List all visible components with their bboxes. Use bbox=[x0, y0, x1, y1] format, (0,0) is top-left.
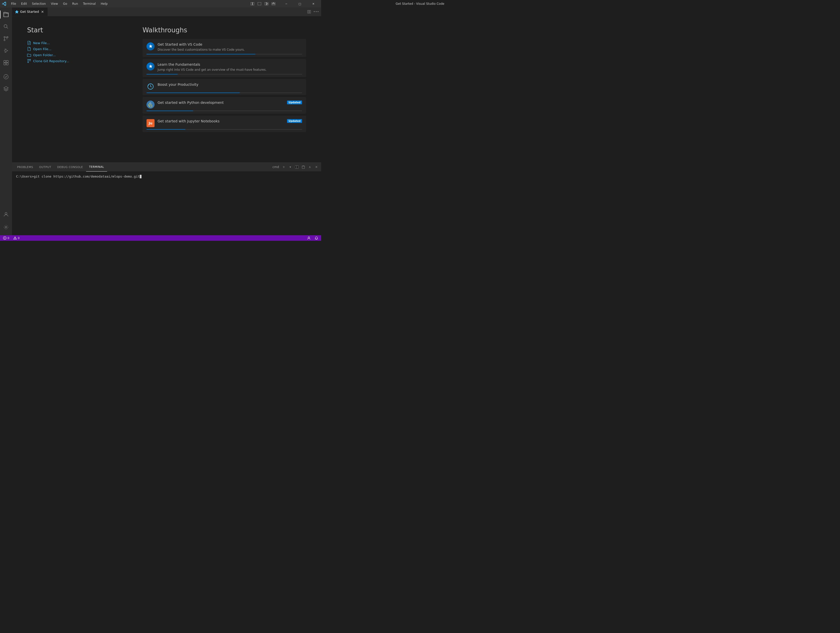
restore-button[interactable]: □ bbox=[294, 0, 306, 8]
scroll-up-button[interactable]: ∧ bbox=[307, 164, 313, 170]
more-actions-button[interactable]: ••• bbox=[313, 9, 319, 15]
python-icon bbox=[147, 101, 155, 109]
tab-close-button[interactable]: ✕ bbox=[40, 10, 44, 14]
testing-icon bbox=[3, 74, 9, 80]
svg-rect-5 bbox=[267, 4, 268, 5]
clone-repo-link[interactable]: Clone Git Repository... bbox=[27, 58, 122, 64]
panel-tabs: PROBLEMS OUTPUT DEBUG CONSOLE TERMINAL c… bbox=[12, 163, 321, 172]
walkthrough-card-vs-code[interactable]: Get Started with VS Code Discover the be… bbox=[142, 39, 306, 57]
menu-edit[interactable]: Edit bbox=[19, 2, 29, 6]
status-accounts[interactable] bbox=[306, 236, 312, 240]
split-terminal-button[interactable] bbox=[294, 164, 300, 170]
menu-file[interactable]: File bbox=[9, 2, 18, 6]
svg-point-12 bbox=[4, 39, 5, 41]
activity-source-control[interactable] bbox=[0, 33, 12, 45]
progress-fill-productivity bbox=[147, 93, 240, 93]
new-file-link[interactable]: New File... bbox=[27, 40, 122, 46]
walkthrough-body-vs-code: Get Started with VS Code Discover the be… bbox=[158, 43, 302, 52]
new-file-icon bbox=[27, 41, 31, 45]
progress-vs-code bbox=[147, 54, 302, 54]
panel-tab-output[interactable]: OUTPUT bbox=[36, 163, 54, 172]
activity-account[interactable] bbox=[0, 208, 12, 220]
activity-testing[interactable] bbox=[0, 71, 12, 83]
updated-badge-python: Updated bbox=[287, 101, 302, 104]
svg-rect-16 bbox=[6, 63, 8, 65]
svg-rect-14 bbox=[6, 60, 8, 63]
star-badge-fundamentals-icon bbox=[147, 63, 155, 71]
activity-search[interactable] bbox=[0, 20, 12, 33]
svg-rect-4 bbox=[267, 2, 268, 3]
vscode-tab-icon bbox=[15, 10, 19, 14]
progress-fill-fundamentals bbox=[147, 74, 178, 74]
activity-explorer[interactable] bbox=[0, 8, 12, 20]
status-errors[interactable]: 0 bbox=[2, 236, 10, 240]
svg-rect-27 bbox=[295, 165, 297, 168]
panel-tab-debug-console[interactable]: DEBUG CONSOLE bbox=[54, 163, 86, 172]
svg-point-31 bbox=[308, 237, 309, 238]
tab-bar: Get Started ✕ ••• bbox=[12, 8, 321, 16]
panel-tab-terminal[interactable]: TERMINAL bbox=[86, 163, 107, 172]
panel-tab-problems[interactable]: PROBLEMS bbox=[14, 163, 36, 172]
status-warnings[interactable]: 0 bbox=[12, 236, 21, 240]
clone-repo-icon bbox=[27, 59, 31, 63]
new-terminal-button[interactable]: + bbox=[281, 164, 287, 170]
walkthrough-card-fundamentals[interactable]: Learn the Fundamentals Jump right into V… bbox=[142, 59, 306, 77]
svg-point-18 bbox=[5, 213, 7, 214]
activity-settings[interactable] bbox=[0, 221, 12, 233]
status-bar: 0 0 bbox=[0, 235, 321, 241]
account-icon bbox=[3, 211, 9, 217]
terminal-content[interactable]: C:\Users>git clone https://github.com/de… bbox=[12, 172, 321, 235]
progress-python bbox=[147, 110, 302, 111]
vscode-logo-icon bbox=[2, 2, 6, 6]
editor-area: Get Started ✕ ••• Start bbox=[12, 8, 321, 235]
svg-rect-20 bbox=[308, 10, 309, 13]
layout-icon-3[interactable] bbox=[264, 1, 270, 6]
notification-icon bbox=[315, 236, 318, 240]
progress-fill-python bbox=[147, 110, 193, 111]
activity-extensions[interactable] bbox=[0, 57, 12, 69]
progress-productivity bbox=[147, 93, 302, 93]
panel-controls: cmd + ▾ ∧ ✕ bbox=[273, 164, 319, 170]
activity-layers[interactable] bbox=[0, 83, 12, 95]
layout-icon-1[interactable] bbox=[249, 1, 256, 6]
error-icon bbox=[3, 236, 6, 240]
status-notifications[interactable] bbox=[314, 236, 319, 240]
titlebar-left: File Edit Selection View Go Run Terminal… bbox=[2, 2, 110, 6]
walkthrough-title-productivity: Boost your Productivity bbox=[158, 82, 302, 87]
minimize-button[interactable]: ─ bbox=[281, 0, 292, 8]
menu-help[interactable]: Help bbox=[99, 2, 110, 6]
open-file-link[interactable]: Open File... bbox=[27, 46, 122, 52]
jupyter-text-with-badge: Get started with Jupyter Notebooks Updat… bbox=[158, 119, 302, 124]
svg-point-22 bbox=[28, 59, 28, 60]
walkthrough-card-productivity[interactable]: Boost your Productivity bbox=[142, 79, 306, 95]
svg-point-9 bbox=[4, 25, 7, 28]
split-editor-button[interactable] bbox=[306, 9, 312, 15]
open-folder-link[interactable]: Open Folder... bbox=[27, 52, 122, 58]
tab-get-started[interactable]: Get Started ✕ bbox=[12, 8, 48, 16]
accounts-icon bbox=[307, 236, 311, 240]
jupyter-icon: Ju bbox=[147, 119, 155, 127]
layout-icon-2[interactable] bbox=[256, 1, 262, 6]
menu-selection[interactable]: Selection bbox=[30, 2, 48, 6]
kill-terminal-button[interactable] bbox=[301, 164, 306, 170]
svg-rect-8 bbox=[272, 4, 275, 5]
close-panel-button[interactable]: ✕ bbox=[314, 164, 319, 170]
activity-run-debug[interactable] bbox=[0, 45, 12, 57]
terminal-dropdown-button[interactable]: ▾ bbox=[287, 164, 293, 170]
tab-editor-controls: ••• bbox=[306, 8, 321, 16]
svg-rect-7 bbox=[274, 2, 275, 3]
svg-rect-21 bbox=[309, 10, 311, 13]
progress-fundamentals bbox=[147, 74, 302, 74]
close-button[interactable]: ✕ bbox=[308, 0, 319, 8]
menu-terminal[interactable]: Terminal bbox=[81, 2, 98, 6]
menu-go[interactable]: Go bbox=[61, 2, 69, 6]
menu-run[interactable]: Run bbox=[70, 2, 80, 6]
walkthrough-title-vs-code: Get Started with VS Code bbox=[158, 43, 302, 46]
python-text-with-badge: Get started with Python development Upda… bbox=[158, 101, 302, 106]
walkthrough-card-python[interactable]: Get started with Python development Upda… bbox=[142, 97, 306, 113]
svg-rect-3 bbox=[265, 2, 266, 5]
menu-view[interactable]: View bbox=[49, 2, 60, 6]
layout-icon-4[interactable] bbox=[270, 1, 276, 6]
updated-badge-jupyter: Updated bbox=[287, 119, 302, 123]
walkthrough-card-jupyter[interactable]: Ju Get started with Jupyter Notebooks Up… bbox=[142, 116, 306, 132]
